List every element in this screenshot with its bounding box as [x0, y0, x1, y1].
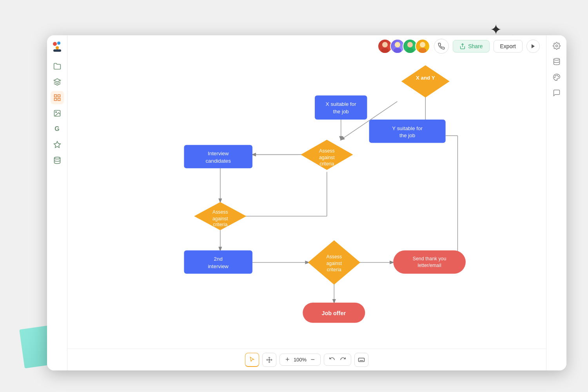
- svg-point-80: [557, 75, 557, 76]
- svg-text:2nd: 2nd: [214, 256, 223, 262]
- svg-rect-48: [184, 145, 252, 169]
- svg-text:Interview: Interview: [208, 151, 229, 156]
- svg-text:Y suitable for: Y suitable for: [392, 125, 423, 131]
- export-label: Export: [500, 43, 516, 49]
- svg-point-14: [395, 42, 400, 47]
- bottom-toolbar: + 100% −: [67, 348, 546, 370]
- sidebar-item-database[interactable]: [51, 154, 64, 167]
- svg-text:Assess: Assess: [319, 148, 335, 154]
- svg-text:candidates: candidates: [205, 158, 231, 164]
- svg-rect-3: [53, 49, 61, 52]
- svg-rect-8: [54, 98, 56, 101]
- svg-point-78: [555, 45, 557, 47]
- svg-rect-6: [58, 95, 60, 97]
- svg-point-15: [394, 48, 401, 53]
- right-panel-settings[interactable]: [550, 39, 563, 53]
- sidebar-item-google[interactable]: G: [51, 122, 64, 136]
- right-panel: [546, 35, 566, 370]
- svg-text:against: against: [212, 216, 228, 221]
- avatar-group: [377, 39, 430, 54]
- svg-marker-21: [532, 44, 535, 49]
- sidebar-item-image[interactable]: [51, 107, 64, 120]
- svg-text:X suitable for: X suitable for: [326, 101, 356, 107]
- svg-point-79: [554, 58, 559, 60]
- svg-text:the job: the job: [399, 132, 415, 138]
- svg-point-1: [57, 42, 60, 45]
- redo-button[interactable]: [338, 356, 348, 364]
- flowchart-canvas: X suitable for the job X and Y Assess ag…: [67, 57, 546, 347]
- svg-text:criteria: criteria: [319, 161, 334, 167]
- svg-rect-39: [315, 96, 367, 120]
- svg-marker-42: [401, 65, 450, 98]
- zoom-level: 100%: [293, 357, 308, 363]
- svg-point-17: [406, 48, 414, 53]
- svg-text:X and Y: X and Y: [416, 75, 435, 81]
- zoom-in-button[interactable]: +: [284, 356, 291, 364]
- svg-rect-65: [393, 250, 466, 274]
- avatar-user-4: [415, 39, 430, 54]
- sidebar: G: [47, 35, 67, 370]
- svg-rect-72: [359, 358, 365, 361]
- right-panel-comment[interactable]: [550, 86, 563, 100]
- keyboard-button[interactable]: [354, 353, 368, 367]
- svg-point-81: [558, 76, 559, 77]
- svg-marker-4: [54, 79, 60, 82]
- svg-point-83: [554, 77, 555, 78]
- svg-text:Send thank you: Send thank you: [413, 256, 446, 261]
- right-panel-palette[interactable]: [550, 71, 563, 84]
- svg-point-13: [381, 48, 389, 53]
- export-button[interactable]: Export: [494, 40, 523, 53]
- app-logo[interactable]: [50, 39, 64, 53]
- sidebar-item-shapes[interactable]: [51, 91, 64, 104]
- sidebar-item-layers[interactable]: [51, 75, 64, 89]
- svg-point-12: [382, 42, 388, 47]
- svg-text:interview: interview: [208, 263, 229, 269]
- sidebar-item-plugin[interactable]: [51, 138, 64, 151]
- toolbar: Share Export: [67, 35, 546, 57]
- svg-point-0: [53, 42, 57, 46]
- svg-text:criteria: criteria: [327, 267, 341, 272]
- svg-text:Assess: Assess: [212, 209, 228, 215]
- svg-rect-7: [58, 98, 60, 101]
- svg-text:letter/email: letter/email: [417, 263, 441, 268]
- svg-text:criteria: criteria: [213, 222, 227, 227]
- svg-text:Assess: Assess: [326, 254, 342, 260]
- svg-point-2: [56, 46, 59, 49]
- move-tool-button[interactable]: [262, 353, 276, 367]
- svg-point-82: [555, 75, 556, 76]
- undo-redo-group: [324, 354, 351, 366]
- svg-point-16: [407, 42, 413, 47]
- play-button[interactable]: [526, 40, 540, 53]
- share-label: Share: [468, 43, 483, 49]
- share-button[interactable]: Share: [453, 40, 489, 53]
- svg-text:against: against: [319, 155, 335, 160]
- canvas-area: Share Export: [67, 35, 546, 370]
- sidebar-item-folder[interactable]: [51, 60, 64, 73]
- svg-rect-5: [54, 95, 56, 97]
- cursor-tool-button[interactable]: [245, 353, 259, 367]
- undo-button[interactable]: [327, 356, 337, 364]
- svg-text:Job offer: Job offer: [322, 310, 346, 316]
- svg-rect-51: [369, 120, 446, 143]
- app-window: G: [47, 35, 566, 370]
- phone-button[interactable]: [434, 39, 449, 54]
- svg-point-19: [419, 48, 426, 53]
- svg-rect-58: [184, 250, 252, 274]
- right-panel-database[interactable]: [550, 55, 563, 68]
- svg-text:against: against: [326, 261, 342, 266]
- svg-point-18: [420, 42, 425, 47]
- zoom-out-button[interactable]: −: [309, 356, 317, 364]
- svg-point-10: [55, 112, 56, 113]
- svg-point-11: [54, 157, 60, 159]
- zoom-controls: + 100% −: [279, 354, 321, 366]
- svg-text:the job: the job: [333, 109, 349, 114]
